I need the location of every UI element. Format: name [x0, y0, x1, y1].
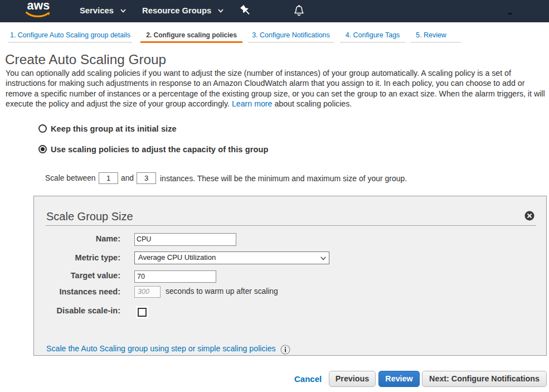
svg-text:aws: aws [27, 2, 50, 12]
